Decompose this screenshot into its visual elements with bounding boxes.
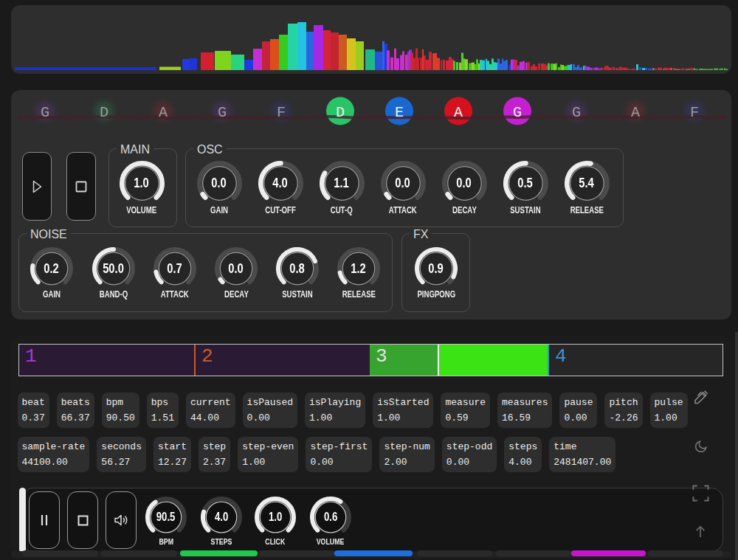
svg-text:G: G [513,104,522,121]
svg-text:F: F [277,104,286,121]
svg-text:D: D [336,104,345,121]
svg-text:G: G [218,104,227,121]
svg-text:G: G [41,104,49,121]
svg-text:G: G [572,104,581,121]
svg-text:E: E [395,104,404,121]
svg-text:A: A [454,104,463,121]
svg-text:D: D [100,104,108,121]
svg-text:A: A [159,104,168,121]
svg-text:F: F [690,104,699,121]
svg-text:A: A [631,104,640,121]
